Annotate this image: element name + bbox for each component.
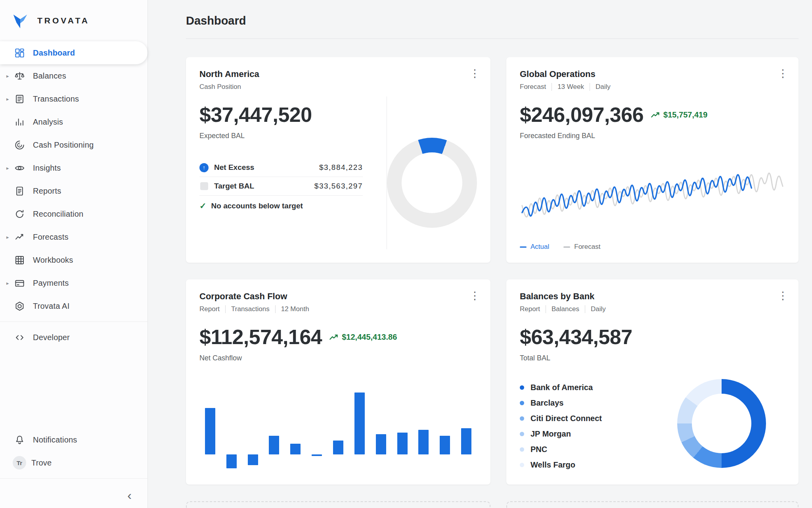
sidebar-secondary-nav: Developer bbox=[0, 326, 147, 349]
forecasted-ending-bal-amount: $246,097,366 bbox=[520, 103, 643, 127]
main-content: Dashboard North America Cash Position $3… bbox=[148, 0, 812, 508]
kebab-menu-icon[interactable] bbox=[778, 291, 788, 301]
card-title: Global Operations bbox=[520, 69, 785, 79]
sidebar-item-label: Insights bbox=[33, 164, 61, 173]
sidebar-item-reports[interactable]: Reports bbox=[0, 179, 147, 202]
sidebar-item-label: Workbooks bbox=[33, 256, 73, 265]
legend-forecast: Forecast bbox=[563, 243, 600, 251]
bank-legend-item: JP Morgan bbox=[520, 426, 658, 442]
sidebar-collapse-row bbox=[0, 483, 147, 508]
avatar: Tr bbox=[13, 456, 26, 470]
brand-name: TROVATA bbox=[37, 16, 90, 25]
line-chart-legend: Actual Forecast bbox=[520, 243, 785, 251]
net-cashflow-amount: $112,574,164 bbox=[199, 325, 322, 349]
status-note: No accounts below target bbox=[211, 202, 303, 210]
sidebar-item-forecasts[interactable]: ▸Forecasts bbox=[0, 225, 147, 248]
delta-value: $15,757,419 bbox=[663, 110, 707, 119]
sidebar-item-balances[interactable]: ▸Balances bbox=[0, 64, 147, 87]
meta-item: 13 Week bbox=[552, 83, 584, 91]
card-title: Corporate Cash Flow bbox=[199, 291, 477, 302]
cashflow-bar bbox=[461, 428, 471, 454]
amount-label: Net Cashflow bbox=[199, 354, 477, 362]
bank-legend-item: Citi Direct Connect bbox=[520, 411, 658, 426]
sidebar-item-insights[interactable]: ▸Insights bbox=[0, 156, 147, 179]
card-body: Bank of AmericaBarclaysCiti Direct Conne… bbox=[520, 377, 785, 473]
sidebar-item-label: Transactions bbox=[33, 94, 79, 104]
expected-balance-amount: $37,447,520 bbox=[199, 103, 312, 127]
sidebar-item-label: Trove bbox=[31, 458, 52, 468]
card-icon bbox=[14, 278, 25, 289]
meta-item: Report bbox=[520, 305, 540, 313]
target-bal-swatch bbox=[200, 182, 208, 190]
placeholder-card bbox=[506, 501, 799, 508]
legend-value: $33,563,297 bbox=[314, 182, 363, 190]
card-header: Global Operations Forecast13 WeekDaily bbox=[520, 69, 785, 91]
meta-item: Transactions bbox=[225, 305, 270, 313]
donut-area bbox=[658, 377, 785, 473]
check-icon: ✓ bbox=[199, 201, 207, 211]
sidebar-item-payments[interactable]: ▸Payments bbox=[0, 271, 147, 294]
kebab-menu-icon[interactable] bbox=[469, 68, 480, 79]
expand-chevron-icon[interactable]: ▸ bbox=[6, 165, 14, 171]
bank-legend-item: Wells Fargo bbox=[520, 457, 658, 473]
sidebar-item-label: Reports bbox=[33, 187, 61, 196]
expand-chevron-icon[interactable]: ▸ bbox=[6, 234, 14, 240]
sidebar-item-cash-positioning[interactable]: Cash Positioning bbox=[0, 133, 147, 156]
sidebar-item-label: Forecasts bbox=[33, 233, 69, 242]
card-balances-by-bank: Balances by Bank ReportBalancesDaily $63… bbox=[506, 279, 799, 485]
meta-item: Balances bbox=[546, 305, 579, 313]
kebab-menu-icon[interactable] bbox=[778, 68, 788, 79]
expand-chevron-icon[interactable]: ▸ bbox=[6, 96, 14, 102]
refresh-icon bbox=[14, 209, 25, 219]
legend-label: Target BAL bbox=[214, 182, 314, 190]
balances-donut-chart bbox=[677, 379, 766, 468]
cashflow-bar bbox=[269, 436, 279, 454]
cashflow-bar bbox=[205, 408, 215, 454]
forecast-line-swatch bbox=[563, 246, 570, 248]
cash-positioning-icon bbox=[14, 140, 25, 150]
sidebar-item-analysis[interactable]: Analysis bbox=[0, 110, 147, 133]
page-title: Dashboard bbox=[186, 14, 799, 27]
bank-name: PNC bbox=[530, 445, 547, 454]
sidebar-item-label: Notifications bbox=[33, 435, 77, 444]
total-bal-amount: $63,434,587 bbox=[520, 325, 632, 349]
meta-item: Daily bbox=[590, 83, 611, 91]
amount-label: Forecasted Ending BAL bbox=[520, 132, 785, 140]
sidebar-item-transactions[interactable]: ▸Transactions bbox=[0, 87, 147, 110]
forecast-line-chart bbox=[520, 149, 785, 241]
expand-chevron-icon[interactable]: ▸ bbox=[6, 73, 14, 79]
meta-item: Forecast bbox=[520, 83, 546, 91]
legend-row-target-bal: Target BAL $33,563,297 bbox=[199, 177, 363, 196]
sidebar-spacer bbox=[0, 349, 147, 428]
sidebar-item-developer[interactable]: Developer bbox=[0, 326, 147, 349]
bank-legend-item: Bank of America bbox=[520, 380, 658, 395]
expand-chevron-icon[interactable]: ▸ bbox=[6, 280, 14, 286]
legend-value: $3,884,223 bbox=[319, 163, 363, 172]
bank-name: Bank of America bbox=[530, 383, 593, 392]
sidebar-item-trove[interactable]: TrTrove bbox=[0, 451, 147, 474]
sidebar-item-workbooks[interactable]: Workbooks bbox=[0, 248, 147, 271]
bank-color-dot bbox=[520, 416, 524, 421]
sidebar-item-reconciliation[interactable]: Reconciliation bbox=[0, 202, 147, 225]
bank-name: Barclays bbox=[530, 398, 563, 408]
bank-name: Wells Fargo bbox=[530, 460, 575, 470]
sidebar-item-notifications[interactable]: Notifications bbox=[0, 428, 147, 451]
bank-color-dot bbox=[520, 385, 524, 390]
collapse-sidebar-button[interactable] bbox=[127, 489, 132, 502]
sidebar-divider bbox=[0, 321, 147, 322]
trend-up-icon bbox=[651, 112, 660, 118]
sidebar-item-trovata-ai[interactable]: Trovata AI bbox=[0, 294, 147, 318]
kebab-menu-icon[interactable] bbox=[469, 291, 480, 301]
bank-color-dot bbox=[520, 432, 524, 436]
sidebar-divider bbox=[0, 478, 147, 479]
cashflow-bar bbox=[376, 434, 386, 454]
dashboard-grid-icon bbox=[14, 48, 25, 58]
card-title: Balances by Bank bbox=[520, 291, 785, 302]
trovata-logo[interactable]: TROVATA bbox=[0, 0, 147, 41]
card-header: Corporate Cash Flow ReportTransactions12… bbox=[199, 291, 477, 313]
bank-legend-item: Barclays bbox=[520, 395, 658, 411]
cashflow-bar bbox=[290, 444, 301, 454]
sidebar-item-dashboard[interactable]: Dashboard bbox=[0, 41, 147, 64]
card-subtitle: Cash Position bbox=[199, 83, 477, 91]
trend-up-icon bbox=[329, 334, 339, 341]
